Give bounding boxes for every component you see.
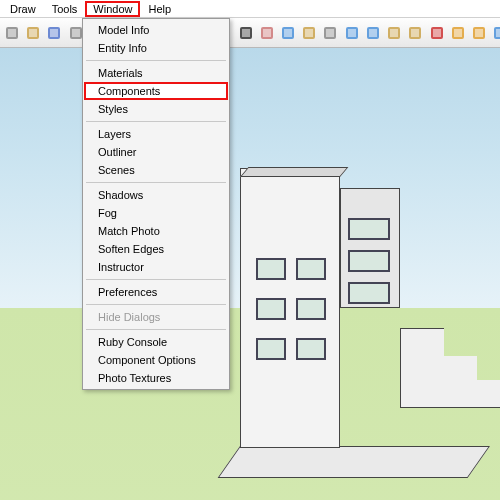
menu-separator <box>86 182 226 183</box>
zoom-icon[interactable] <box>320 21 340 45</box>
svg-rect-41 <box>433 29 441 37</box>
menu-item-entity-info[interactable]: Entity Info <box>84 39 228 57</box>
menu-separator <box>86 304 226 305</box>
menu-item-ruby-console[interactable]: Ruby Console <box>84 333 228 351</box>
next-icon[interactable] <box>405 21 425 45</box>
svg-rect-25 <box>263 29 271 37</box>
menu-help[interactable]: Help <box>140 1 179 17</box>
menu-item-match-photo[interactable]: Match Photo <box>84 222 228 240</box>
menu-item-materials[interactable]: Materials <box>84 64 228 82</box>
menu-item-photo-textures[interactable]: Photo Textures <box>84 369 228 387</box>
shadows-icon[interactable] <box>448 21 468 45</box>
menubar: Draw Tools Window Help <box>0 0 500 18</box>
menu-item-components[interactable]: Components <box>84 82 228 100</box>
svg-rect-35 <box>369 29 377 37</box>
menu-item-fog[interactable]: Fog <box>84 204 228 222</box>
menu-item-soften-edges[interactable]: Soften Edges <box>84 240 228 258</box>
menu-separator <box>86 329 226 330</box>
menu-item-model-info[interactable]: Model Info <box>84 21 228 39</box>
svg-rect-45 <box>475 29 483 37</box>
menu-separator <box>86 60 226 61</box>
menu-item-scenes[interactable]: Scenes <box>84 161 228 179</box>
save-icon[interactable] <box>44 21 64 45</box>
menu-separator <box>86 121 226 122</box>
orbit-icon[interactable] <box>278 21 298 45</box>
svg-rect-3 <box>29 29 37 37</box>
select-icon[interactable] <box>236 21 256 45</box>
svg-rect-7 <box>72 29 80 37</box>
menu-item-component-options[interactable]: Component Options <box>84 351 228 369</box>
svg-rect-29 <box>305 29 313 37</box>
menu-item-shadows[interactable]: Shadows <box>84 186 228 204</box>
previous-icon[interactable] <box>384 21 404 45</box>
menu-window[interactable]: Window <box>85 1 140 17</box>
new-file-icon[interactable] <box>2 21 22 45</box>
menu-draw[interactable]: Draw <box>2 1 44 17</box>
viewport-3d[interactable] <box>0 48 500 500</box>
menu-tools[interactable]: Tools <box>44 1 86 17</box>
menu-item-outliner[interactable]: Outliner <box>84 143 228 161</box>
svg-rect-47 <box>496 29 500 37</box>
open-icon[interactable] <box>23 21 43 45</box>
layers-icon[interactable] <box>427 21 447 45</box>
svg-rect-27 <box>284 29 292 37</box>
svg-rect-1 <box>8 29 16 37</box>
menu-item-instructor[interactable]: Instructor <box>84 258 228 276</box>
get-models-icon[interactable] <box>469 21 489 45</box>
menu-item-layers[interactable]: Layers <box>84 125 228 143</box>
svg-rect-43 <box>454 29 462 37</box>
svg-rect-33 <box>348 29 356 37</box>
toolbar <box>0 18 500 48</box>
zoom-extents-icon[interactable] <box>342 21 362 45</box>
window-menu-dropdown: Model InfoEntity InfoMaterialsComponents… <box>82 18 230 390</box>
pan-icon[interactable] <box>299 21 319 45</box>
menu-item-preferences[interactable]: Preferences <box>84 283 228 301</box>
svg-rect-31 <box>326 29 334 37</box>
paint-bucket-icon[interactable] <box>257 21 277 45</box>
svg-rect-37 <box>390 29 398 37</box>
menu-item-hide-dialogs: Hide Dialogs <box>84 308 228 326</box>
menu-separator <box>86 279 226 280</box>
zoom-window-icon[interactable] <box>363 21 383 45</box>
building-model <box>200 168 400 478</box>
menu-item-styles[interactable]: Styles <box>84 100 228 118</box>
svg-rect-5 <box>50 29 58 37</box>
svg-rect-23 <box>242 29 250 37</box>
svg-rect-39 <box>411 29 419 37</box>
share-icon[interactable] <box>490 21 500 45</box>
